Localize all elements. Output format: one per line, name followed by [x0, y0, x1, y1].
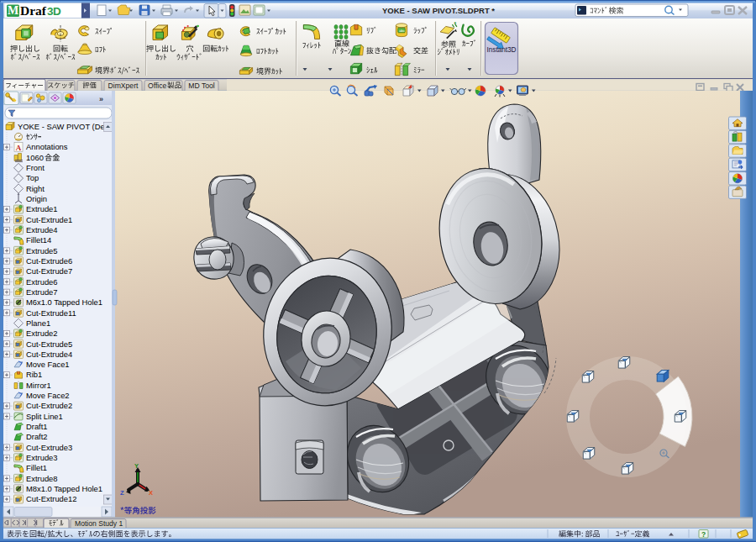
svg-text:M6x1.0 Tapped Hole1: M6x1.0 Tapped Hole1 [26, 297, 102, 307]
svg-text:DimXpert: DimXpert [108, 82, 139, 90]
svg-text:?: ? [701, 530, 706, 539]
svg-text:Cut-Extrude4: Cut-Extrude4 [26, 350, 72, 359]
svg-text:Extrude4: Extrude4 [26, 225, 58, 234]
svg-text:MD Tool: MD Tool [188, 82, 214, 90]
svg-text:Instant3D: Instant3D [486, 46, 516, 54]
svg-text:M8x1.0 Tapped Hole1: M8x1.0 Tapped Hole1 [26, 484, 102, 493]
svg-text:Fillet14: Fillet14 [26, 235, 51, 245]
svg-text:YOKE - SAW PIVOT (Defi: YOKE - SAW PIVOT (Defi [18, 122, 108, 131]
svg-text:Rib1: Rib1 [26, 370, 42, 379]
svg-text:3D: 3D [47, 5, 61, 18]
svg-text:A: A [16, 144, 22, 152]
svg-text:Motion Study 1: Motion Study 1 [75, 519, 123, 528]
svg-text:X: X [149, 489, 153, 497]
svg-text:Extrude6: Extrude6 [26, 277, 58, 287]
svg-text:Annotations: Annotations [26, 142, 68, 151]
svg-text:Fillet1: Fillet1 [26, 463, 47, 472]
svg-text:Extrude1: Extrude1 [26, 204, 58, 213]
svg-text:Z: Z [120, 489, 124, 497]
svg-text:Top: Top [26, 173, 39, 182]
svg-text:Draft1: Draft1 [26, 422, 48, 431]
svg-text:Plane1: Plane1 [26, 318, 50, 328]
svg-text:Cut-Extrude11: Cut-Extrude11 [26, 308, 76, 318]
svg-text:Y: Y [134, 462, 139, 470]
svg-text:Right: Right [26, 184, 45, 193]
svg-text:Mirror1: Mirror1 [26, 381, 51, 390]
svg-text:Draft2: Draft2 [26, 432, 48, 441]
svg-text:Cut-Extrude2: Cut-Extrude2 [26, 401, 72, 410]
svg-text:Extrude8: Extrude8 [26, 474, 58, 483]
svg-text:Extrude3: Extrude3 [26, 453, 58, 462]
svg-text:Extrude7: Extrude7 [26, 287, 58, 297]
svg-text:Cut-Extrude6: Cut-Extrude6 [26, 256, 72, 266]
svg-text:Origin: Origin [26, 194, 47, 203]
svg-text:Extrude5: Extrude5 [26, 246, 58, 255]
svg-text:Move Face1: Move Face1 [26, 360, 70, 369]
svg-text:Office: Office [148, 82, 167, 90]
svg-text:YOKE - SAW PIVOT.SLDPRT *: YOKE - SAW PIVOT.SLDPRT * [382, 6, 495, 15]
svg-text:Move Face2: Move Face2 [26, 391, 70, 400]
svg-text:Cut-Extrude12: Cut-Extrude12 [26, 494, 76, 503]
svg-text:M: M [8, 4, 18, 17]
svg-text:1060: 1060 [26, 153, 44, 162]
svg-text:Front: Front [26, 163, 45, 172]
svg-text:Cut-Extrude5: Cut-Extrude5 [26, 339, 72, 349]
svg-text:Cut-Extrude1: Cut-Extrude1 [26, 215, 72, 224]
svg-text:Extrude2: Extrude2 [26, 329, 58, 338]
svg-text:Split Line1: Split Line1 [26, 412, 63, 421]
svg-text:abc: abc [399, 29, 406, 33]
svg-text:Cut-Extrude7: Cut-Extrude7 [26, 266, 72, 276]
svg-text:Draf: Draf [20, 3, 47, 18]
svg-text:»: » [99, 95, 103, 103]
svg-text:Cut-Extrude3: Cut-Extrude3 [26, 443, 72, 452]
svg-text:*: * [454, 21, 457, 27]
